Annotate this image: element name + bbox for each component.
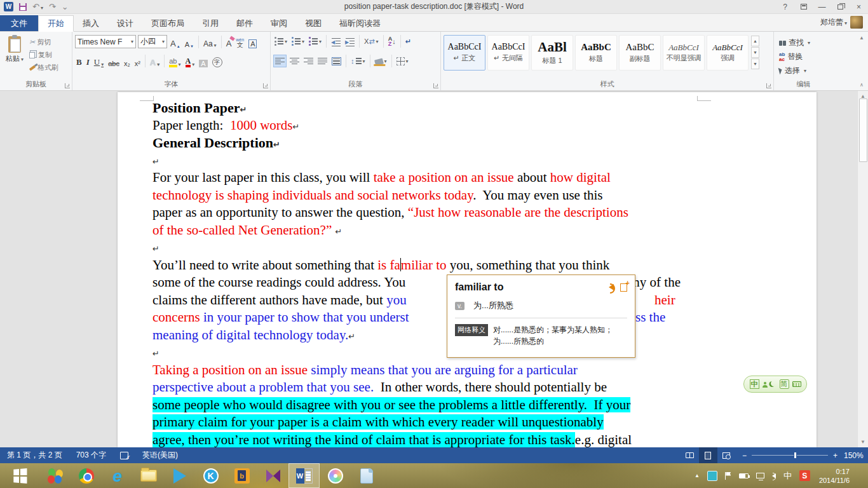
font-size-select[interactable]: 小四 xyxy=(138,35,167,48)
sort-button[interactable]: AZ↓ xyxy=(387,35,397,48)
tab-references[interactable]: 引用 xyxy=(193,15,227,31)
taskbar-kugou[interactable]: K xyxy=(195,463,226,488)
network-icon[interactable] xyxy=(756,473,764,478)
multilevel-list-button[interactable] xyxy=(308,35,323,48)
font-dialog-launcher[interactable] xyxy=(263,83,268,88)
taskbar-visual-studio[interactable] xyxy=(257,463,288,488)
change-case-button[interactable]: Aa xyxy=(202,36,218,48)
style-subtle-emphasis[interactable]: AaBbCcI不明显强调 xyxy=(663,35,705,71)
borders-button[interactable] xyxy=(395,55,410,67)
scroll-down-icon[interactable]: ▼ xyxy=(858,437,868,447)
tab-foxit-reader[interactable]: 福昕阅读器 xyxy=(330,15,390,31)
add-to-notebook-icon[interactable] xyxy=(620,283,627,292)
taskbar-photo-editor[interactable] xyxy=(320,463,351,488)
battery-icon[interactable] xyxy=(739,473,749,478)
style-normal[interactable]: AaBbCcI↵ 正文 xyxy=(444,35,485,71)
page-indicator[interactable]: 第 1 页，共 2 页 xyxy=(0,447,69,463)
character-border-button[interactable]: A xyxy=(247,36,258,48)
help-button[interactable]: ? xyxy=(776,0,794,13)
zoom-out-button[interactable]: − xyxy=(742,451,747,460)
tab-page-layout[interactable]: 页面布局 xyxy=(142,15,193,31)
start-button[interactable] xyxy=(0,463,39,488)
clipboard-dialog-launcher[interactable] xyxy=(65,83,70,88)
styles-scroll-down-icon[interactable]: ▼ xyxy=(751,47,759,58)
style-title[interactable]: AaBbC标题 xyxy=(575,35,617,71)
ribbon-scroll-up-icon[interactable]: ▲ xyxy=(859,35,864,41)
strikethrough-button[interactable]: abc xyxy=(107,55,121,67)
asian-layout-button[interactable]: X⇄ xyxy=(363,35,380,48)
styles-gallery-scroll[interactable]: ▲ ▼ ▼ xyxy=(751,36,759,71)
document-page[interactable]: Position Paper↵ Paper length: 1000 words… xyxy=(118,92,817,447)
cut-button[interactable]: ✂剪切 xyxy=(29,37,58,47)
zoom-in-button[interactable]: + xyxy=(833,451,837,460)
taskbar-notepad-app[interactable] xyxy=(351,463,382,488)
text-highlight-button[interactable]: ab xyxy=(168,55,182,67)
ime-person-icon[interactable] xyxy=(763,382,768,387)
ribbon-display-options-button[interactable] xyxy=(794,0,813,13)
word-count[interactable]: 703 个字 xyxy=(69,447,113,463)
ime-toolbar[interactable]: 中 简 xyxy=(743,376,807,393)
numbering-button[interactable] xyxy=(290,35,306,48)
zoom-slider-thumb[interactable] xyxy=(794,452,797,459)
style-heading1[interactable]: AaBl标题 1 xyxy=(531,35,573,71)
shrink-font-button[interactable]: A▼ xyxy=(184,36,195,48)
decrease-indent-button[interactable]: ◀ xyxy=(330,35,342,48)
font-color-button[interactable]: A xyxy=(184,55,196,67)
close-button[interactable]: × xyxy=(850,0,868,13)
undo-icon[interactable]: ↶ xyxy=(32,3,43,11)
tab-mailings[interactable]: 邮件 xyxy=(227,15,262,31)
tab-file[interactable]: 文件 xyxy=(0,15,38,31)
phonetic-guide-button[interactable]: wén文 xyxy=(234,36,245,48)
format-painter-button[interactable]: 格式刷 xyxy=(29,63,58,72)
styles-scroll-up-icon[interactable]: ▲ xyxy=(751,36,759,46)
volume-icon[interactable] xyxy=(772,473,776,478)
replace-button[interactable]: abac替换 xyxy=(779,51,833,62)
underline-button[interactable]: U xyxy=(93,55,105,67)
taskbar-chrome[interactable] xyxy=(71,463,102,488)
taskbar-file-explorer[interactable] xyxy=(133,463,164,488)
taskbar-media-player[interactable] xyxy=(164,463,195,488)
text-effects-button[interactable]: A xyxy=(149,55,161,67)
taskbar-internet-explorer[interactable]: e xyxy=(102,463,133,488)
italic-button[interactable]: I xyxy=(85,55,91,67)
find-button[interactable]: 查找 xyxy=(779,37,833,48)
align-left-button[interactable] xyxy=(273,55,287,67)
font-name-select[interactable]: Times New F xyxy=(75,35,136,48)
ime-keyboard-icon[interactable] xyxy=(792,381,801,387)
line-spacing-button[interactable]: ↕ xyxy=(349,55,367,67)
justify-button[interactable] xyxy=(316,55,329,67)
ime-chinese-mode-icon[interactable]: 中 xyxy=(750,379,759,389)
taskbar-word[interactable]: W xyxy=(288,463,320,488)
restore-button[interactable] xyxy=(831,0,850,13)
ime-language-indicator[interactable]: 中 xyxy=(783,470,792,482)
enclose-characters-button[interactable]: 字 xyxy=(211,55,224,67)
grow-font-button[interactable]: A▲ xyxy=(169,36,182,48)
tray-app-icon[interactable] xyxy=(707,471,717,481)
styles-dialog-launcher[interactable] xyxy=(766,83,771,88)
taskbar-clock[interactable]: 0:17 2014/11/6 xyxy=(818,467,853,485)
align-right-button[interactable] xyxy=(302,55,315,67)
style-subtitle[interactable]: AaBbC副标题 xyxy=(619,35,661,71)
tab-view[interactable]: 视图 xyxy=(296,15,330,31)
account-area[interactable]: 郑培蕾 xyxy=(820,16,863,29)
document-content[interactable]: Position Paper↵ Paper length: 1000 words… xyxy=(153,99,632,447)
tab-design[interactable]: 设计 xyxy=(108,15,142,31)
print-layout-button[interactable] xyxy=(699,447,717,463)
style-no-spacing[interactable]: AaBbCcI↵ 无间隔 xyxy=(487,35,529,71)
sogou-icon[interactable]: S xyxy=(799,470,810,481)
scrollbar-thumb[interactable] xyxy=(859,98,867,162)
redo-icon[interactable]: ↷ xyxy=(49,3,56,11)
tab-home[interactable]: 开始 xyxy=(38,15,74,32)
customize-qat-icon[interactable]: ⌄ xyxy=(62,3,69,11)
select-button[interactable]: 选择 xyxy=(779,65,833,76)
styles-more-icon[interactable]: ▼ xyxy=(751,58,759,69)
subscript-button[interactable]: x₂ xyxy=(123,55,132,67)
action-center-icon[interactable] xyxy=(725,472,731,480)
tray-hidden-icons-button[interactable]: ▲ xyxy=(695,473,700,478)
vertical-scrollbar[interactable]: ▲ ▼ xyxy=(857,91,868,447)
increase-indent-button[interactable]: ▶ xyxy=(344,35,356,48)
copy-button[interactable]: 复制 xyxy=(29,50,58,60)
clear-formatting-button[interactable]: A xyxy=(225,36,233,48)
paragraph-dialog-launcher[interactable] xyxy=(433,83,438,88)
save-icon[interactable] xyxy=(19,3,27,11)
